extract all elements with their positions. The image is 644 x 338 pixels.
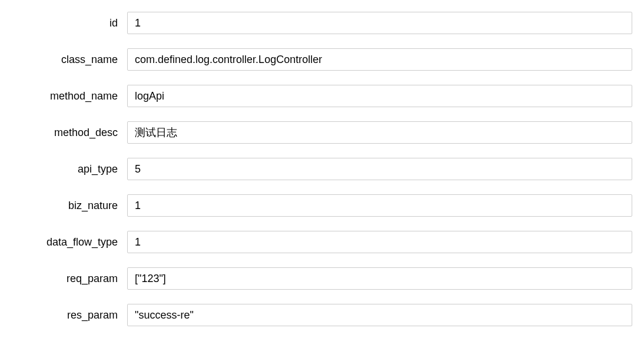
form-row-res-param: res_param [12, 304, 632, 326]
input-method-desc[interactable] [127, 121, 632, 144]
label-res-param: res_param [12, 309, 118, 322]
label-req-param: req_param [12, 273, 118, 285]
label-biz-nature: biz_nature [12, 200, 118, 212]
input-api-type[interactable] [127, 158, 632, 180]
label-class-name: class_name [12, 54, 118, 66]
input-req-param[interactable] [127, 267, 632, 290]
form-row-id: id [12, 12, 632, 34]
label-method-desc: method_desc [12, 127, 118, 139]
label-method-name: method_name [12, 90, 118, 102]
input-res-param[interactable] [127, 304, 632, 326]
input-id[interactable] [127, 12, 632, 34]
input-class-name[interactable] [127, 48, 632, 71]
form-row-method-desc: method_desc [12, 121, 632, 144]
form-row-biz-nature: biz_nature [12, 194, 632, 217]
form-row-req-param: req_param [12, 267, 632, 290]
label-data-flow-type: data_flow_type [12, 236, 118, 248]
form-row-class-name: class_name [12, 48, 632, 71]
label-id: id [12, 17, 118, 29]
input-data-flow-type[interactable] [127, 231, 632, 253]
form-container: id class_name method_name method_desc ap… [12, 12, 632, 326]
label-api-type: api_type [12, 163, 118, 175]
input-method-name[interactable] [127, 85, 632, 107]
input-biz-nature[interactable] [127, 194, 632, 217]
form-row-api-type: api_type [12, 158, 632, 180]
form-row-method-name: method_name [12, 85, 632, 107]
form-row-data-flow-type: data_flow_type [12, 231, 632, 253]
